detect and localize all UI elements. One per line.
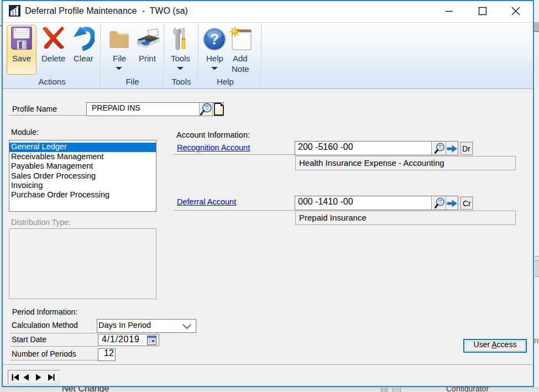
svg-text:?: ? — [210, 31, 219, 48]
